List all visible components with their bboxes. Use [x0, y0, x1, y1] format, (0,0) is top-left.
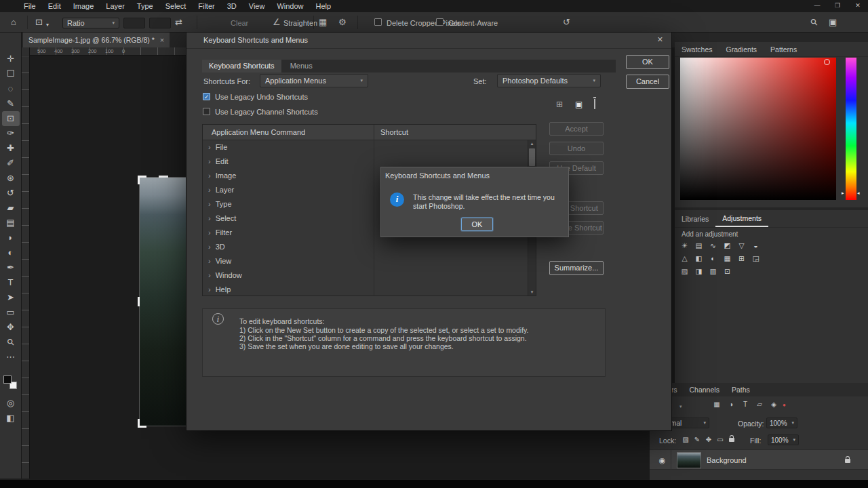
- brush-tool-icon[interactable]: ✐: [2, 156, 20, 171]
- accept-button[interactable]: Accept: [549, 122, 604, 136]
- close-document-icon[interactable]: ×: [160, 36, 164, 44]
- menu-window[interactable]: Window: [271, 0, 309, 12]
- clear-button[interactable]: Clear: [231, 19, 248, 27]
- tab-gradients[interactable]: Gradients: [719, 42, 764, 57]
- alert-ok-button[interactable]: OK: [461, 218, 493, 231]
- menu-help[interactable]: Help: [310, 0, 338, 12]
- tab-menus[interactable]: Menus: [283, 60, 319, 73]
- table-row[interactable]: ›View: [203, 254, 528, 268]
- tab-adjustments[interactable]: Adjustments: [715, 211, 768, 227]
- tab-channels[interactable]: Channels: [684, 383, 726, 396]
- path-selection-tool-icon[interactable]: ➤: [2, 290, 20, 305]
- menu-filter[interactable]: Filter: [192, 0, 220, 12]
- dialog-title-bar[interactable]: Keyboard Shortcuts and Menus ✕: [186, 33, 671, 49]
- channel-mixer-icon[interactable]: ▦: [721, 253, 734, 264]
- delete-cropped-pixels-checkbox[interactable]: ✓: [374, 18, 382, 26]
- selective-color-icon[interactable]: ⊡: [721, 266, 734, 277]
- menu-file[interactable]: File: [18, 0, 42, 12]
- crop-handle-top[interactable]: [159, 176, 168, 178]
- foreground-color-swatch[interactable]: [3, 375, 12, 384]
- disclosure-icon[interactable]: ›: [208, 271, 211, 279]
- hue-saturation-icon[interactable]: ◒: [749, 240, 762, 251]
- type-tool-icon[interactable]: T: [2, 275, 20, 290]
- content-aware-checkbox[interactable]: ✓: [436, 18, 443, 26]
- crop-handle-top-left[interactable]: [138, 176, 146, 184]
- undo-button[interactable]: Undo: [549, 142, 604, 155]
- photo-filter-icon[interactable]: ◐: [707, 253, 719, 264]
- spot-healing-tool-icon[interactable]: ✚: [2, 141, 20, 156]
- disclosure-icon[interactable]: ›: [208, 228, 211, 237]
- home-icon[interactable]: ⌂: [11, 16, 16, 28]
- ratio-preset-dropdown[interactable]: Ratio ▾: [62, 18, 119, 28]
- menu-3d[interactable]: 3D: [221, 0, 243, 12]
- color-cursor[interactable]: [824, 59, 830, 65]
- tab-libraries[interactable]: Libraries: [675, 211, 715, 226]
- close-dialog-icon[interactable]: ✕: [657, 35, 663, 44]
- history-brush-tool-icon[interactable]: ↺: [2, 186, 20, 201]
- hue-slider[interactable]: [846, 58, 856, 200]
- shape-layer-filter-icon[interactable]: ▱: [755, 401, 764, 408]
- layer-thumbnail[interactable]: [677, 452, 701, 468]
- crop-handle-left[interactable]: [138, 297, 140, 306]
- quick-mask-icon[interactable]: ◎: [2, 396, 20, 411]
- dialog-cancel-button[interactable]: Cancel: [626, 75, 669, 89]
- menu-view[interactable]: View: [243, 0, 271, 12]
- legacy-undo-checkbox[interactable]: ✓: [203, 93, 210, 100]
- set-dropdown[interactable]: Photoshop Defaults ▾: [497, 74, 601, 87]
- disclosure-icon[interactable]: ›: [208, 285, 211, 293]
- filter-toggle-icon[interactable]: ●: [783, 402, 786, 408]
- levels-icon[interactable]: ▤: [692, 240, 705, 251]
- color-balance-icon[interactable]: △: [678, 253, 691, 264]
- menu-select[interactable]: Select: [159, 0, 193, 12]
- straighten-button[interactable]: Straighten: [283, 19, 317, 27]
- marquee-tool-icon[interactable]: ☐: [2, 66, 20, 81]
- color-picker-field[interactable]: [680, 58, 836, 200]
- adjustment-layer-filter-icon[interactable]: ◑: [726, 401, 736, 408]
- pixel-layer-filter-icon[interactable]: ▦: [712, 401, 722, 408]
- smart-object-filter-icon[interactable]: ◈: [769, 401, 778, 408]
- menu-layer[interactable]: Layer: [100, 0, 131, 12]
- ratio-width-field[interactable]: [123, 18, 145, 28]
- disclosure-icon[interactable]: ›: [208, 143, 211, 151]
- close-window-button[interactable]: ✕: [848, 0, 868, 11]
- new-set-icon[interactable]: ⊞: [556, 100, 563, 109]
- table-row[interactable]: ›Help: [203, 283, 528, 297]
- threshold-icon[interactable]: ◨: [692, 266, 705, 277]
- crop-tool-icon[interactable]: ⊡: [2, 111, 20, 126]
- vertical-ruler[interactable]: [22, 56, 30, 479]
- tab-swatches[interactable]: Swatches: [675, 42, 719, 57]
- eyedropper-tool-icon[interactable]: ✑: [2, 126, 20, 141]
- straighten-icon[interactable]: ∠: [273, 16, 281, 28]
- exposure-icon[interactable]: ◩: [721, 240, 734, 251]
- table-row[interactable]: ›3D: [203, 240, 528, 254]
- swap-dimensions-icon[interactable]: ⇄: [175, 16, 182, 28]
- opacity-dropdown[interactable]: 100% ▾: [766, 418, 797, 428]
- brightness-contrast-icon[interactable]: ☀: [678, 240, 691, 251]
- disclosure-icon[interactable]: ›: [208, 257, 211, 265]
- move-tool-icon[interactable]: ✛: [2, 52, 20, 66]
- posterize-icon[interactable]: ▨: [678, 266, 691, 277]
- lock-artboard-icon[interactable]: ▭: [715, 436, 725, 443]
- layer-row-background[interactable]: ◉ Background: [650, 449, 868, 470]
- type-layer-filter-icon[interactable]: T: [741, 401, 750, 408]
- table-row[interactable]: ›File: [203, 140, 528, 155]
- restore-button[interactable]: ❐: [827, 0, 848, 11]
- lock-pixels-icon[interactable]: ✎: [692, 436, 702, 443]
- table-row[interactable]: ›Window: [203, 268, 528, 283]
- scroll-down-icon[interactable]: ▾: [528, 289, 536, 295]
- disclosure-icon[interactable]: ›: [208, 171, 211, 180]
- curves-icon[interactable]: ∿: [707, 240, 719, 251]
- summarize-button[interactable]: Summarize...: [549, 261, 604, 275]
- screen-mode-icon[interactable]: ◧: [2, 411, 20, 426]
- tab-keyboard-shortcuts[interactable]: Keyboard Shortcuts: [202, 60, 281, 73]
- disclosure-icon[interactable]: ›: [208, 157, 211, 165]
- save-set-icon[interactable]: ▣: [575, 100, 583, 109]
- blur-tool-icon[interactable]: ◗: [2, 230, 20, 245]
- clone-stamp-tool-icon[interactable]: ⊛: [2, 171, 20, 186]
- delete-set-icon[interactable]: [594, 99, 595, 108]
- dialog-ok-button[interactable]: OK: [626, 55, 669, 69]
- rectangle-tool-icon[interactable]: ▭: [2, 305, 20, 320]
- hue-cursor-left-icon[interactable]: ▸: [842, 190, 844, 196]
- legacy-channel-checkbox[interactable]: ✓: [203, 108, 210, 115]
- scroll-up-icon[interactable]: ▴: [528, 141, 536, 146]
